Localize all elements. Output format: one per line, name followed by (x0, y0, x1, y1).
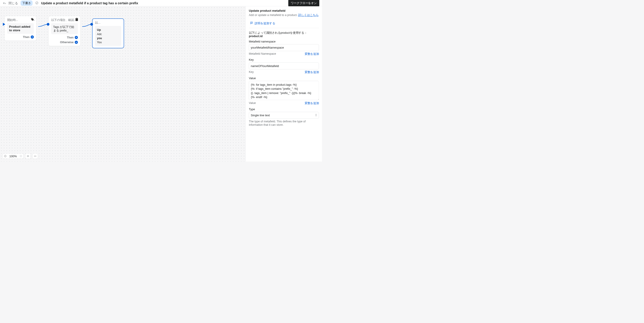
back-arrow-icon (3, 2, 6, 5)
draft-badge: 下書き (21, 1, 33, 6)
action-node-header: 以… (95, 21, 101, 25)
condition-node-body: Tags が以下で始まる prefix_ (51, 23, 78, 34)
top-bar: 閉じる 下書き Update a product metafield if a … (0, 0, 322, 6)
action-marker-icon (90, 23, 93, 26)
collapse-icon (26, 155, 29, 157)
more-menu-button[interactable] (32, 153, 38, 159)
key-input[interactable] (249, 63, 319, 70)
back-button[interactable] (3, 1, 6, 5)
description-icon (250, 21, 253, 26)
details-panel: Update product metafield Add or update a… (246, 6, 322, 162)
panel-subtitle: Add or update a metafield to a product. … (249, 13, 319, 17)
condition-node[interactable]: 以下の場合、確認... Tags が以下で始まる prefix_ Then + … (48, 16, 80, 46)
value-helper: Value (249, 101, 256, 105)
type-select[interactable]: Single line text (249, 112, 319, 119)
check-icon (35, 1, 38, 5)
namespace-label: Metafield namespace (249, 40, 319, 43)
trigger-node-header: 開始時... (7, 18, 18, 22)
namespace-input[interactable] (249, 44, 319, 51)
value-add-var-link[interactable]: 変数を追加 (305, 101, 319, 105)
zoom-toolbar: 100% (3, 153, 38, 159)
trigger-node[interactable]: 開始時... + Product added to store Then + (4, 16, 36, 41)
zoom-level: 100% (8, 154, 18, 158)
svg-point-11 (35, 156, 35, 156)
add-description-label: 説明を追加する (254, 21, 276, 26)
zoom-in-button[interactable] (18, 154, 23, 159)
key-helper: Key (249, 70, 254, 74)
add-then-button[interactable]: + (75, 36, 78, 39)
action-node[interactable]: 以… Up Adc you You (92, 19, 124, 48)
tag-add-icon: + (31, 18, 34, 22)
trigger-node-body: Product added to store (7, 23, 34, 34)
svg-point-0 (36, 2, 38, 4)
otherwise-label: Otherwise (60, 41, 74, 44)
svg-text:+: + (34, 19, 34, 21)
svg-point-1 (32, 19, 32, 19)
dots-icon (34, 155, 36, 157)
minus-icon (4, 155, 6, 157)
key-add-var-link[interactable]: 変数を追加 (305, 70, 319, 74)
start-marker-icon (2, 23, 6, 27)
add-description-button[interactable]: 説明を追加する (249, 20, 319, 28)
close-link[interactable]: 閉じる (8, 1, 18, 5)
then-label: Then (23, 35, 30, 39)
fit-view-button[interactable] (25, 153, 30, 159)
clipboard-icon (75, 18, 78, 22)
condition-marker-icon (47, 23, 50, 26)
key-label: Key (249, 58, 319, 62)
plus-icon (20, 155, 22, 157)
namespace-helper: Metafield Namespace (249, 52, 276, 56)
svg-point-12 (36, 156, 36, 156)
workflow-title: Update a product metafield if a product … (41, 1, 286, 5)
type-helper: The type of metafield. This defines the … (249, 120, 319, 126)
zoom-out-button[interactable] (3, 154, 8, 159)
workflow-on-button[interactable]: ワークフローをオン (288, 0, 319, 7)
condition-node-header: 以下の場合、確認... (51, 18, 76, 22)
add-step-button[interactable]: + (31, 35, 34, 39)
value-textarea[interactable] (249, 81, 319, 100)
then-label: Then (67, 36, 74, 39)
svg-rect-4 (76, 18, 77, 19)
identify-line: 以下によって識別されるproductを使用する：product.id (249, 31, 319, 38)
value-label: Value (249, 77, 319, 80)
type-label: Type (249, 108, 319, 111)
namespace-add-var-link[interactable]: 変数を追加 (305, 52, 319, 56)
panel-title: Update product metafield (249, 9, 319, 13)
learn-more-link[interactable]: 詳しくはこちら (298, 14, 319, 17)
add-otherwise-button[interactable]: + (75, 41, 78, 44)
action-node-body: Up Adc you You (95, 26, 121, 46)
svg-point-10 (34, 156, 34, 156)
